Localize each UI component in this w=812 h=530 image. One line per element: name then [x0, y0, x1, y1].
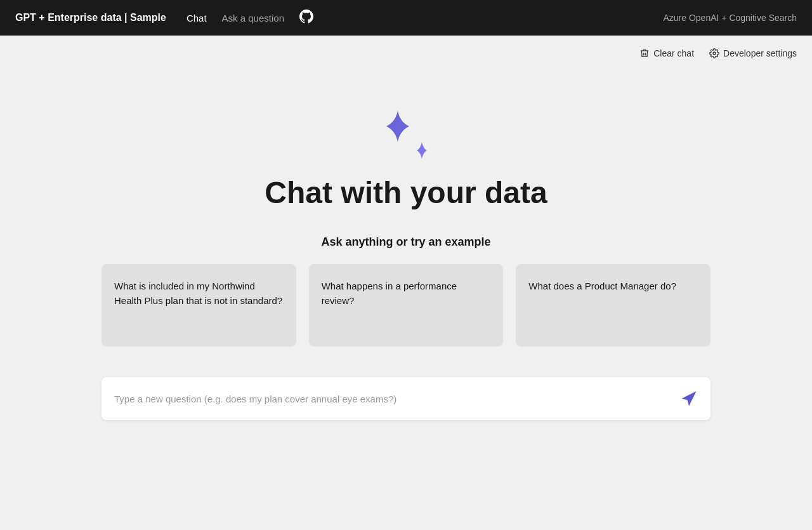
clear-chat-label: Clear chat — [653, 48, 694, 58]
example-card-3-text: What does a Product Manager do? — [528, 279, 676, 294]
clear-chat-button[interactable]: Clear chat — [639, 48, 694, 58]
nav-link-ask-question[interactable]: Ask a question — [222, 13, 284, 23]
send-button[interactable] — [678, 387, 700, 410]
svg-point-0 — [713, 52, 716, 55]
example-card-2-text: What happens in a performance review? — [322, 279, 491, 308]
developer-settings-label: Developer settings — [723, 48, 797, 58]
sparkle-small-icon — [412, 141, 431, 160]
example-cards-container: What is included in my Northwind Health … — [102, 264, 710, 347]
main-content: Chat with your data Ask anything or try … — [0, 71, 812, 420]
navbar-brand: GPT + Enterprise data | Sample — [15, 12, 166, 23]
gear-icon — [709, 48, 719, 58]
example-card-1[interactable]: What is included in my Northwind Health … — [102, 264, 296, 347]
chat-input[interactable] — [114, 394, 672, 404]
trash-icon — [639, 48, 650, 58]
example-card-1-text: What is included in my Northwind Health … — [114, 279, 284, 308]
example-card-2[interactable]: What happens in a performance review? — [309, 264, 504, 347]
subheader: Clear chat Developer settings — [0, 36, 812, 71]
chat-input-container — [102, 377, 710, 420]
developer-settings-button[interactable]: Developer settings — [709, 48, 797, 58]
navbar-left: GPT + Enterprise data | Sample Chat Ask … — [15, 10, 313, 27]
navbar-azure-label: Azure OpenAI + Cognitive Search — [663, 13, 797, 23]
navbar: GPT + Enterprise data | Sample Chat Ask … — [0, 0, 812, 36]
nav-link-chat[interactable]: Chat — [187, 13, 207, 23]
github-icon[interactable] — [299, 10, 313, 27]
sparkle-icon-container — [381, 109, 431, 160]
sparkle-large-icon — [381, 109, 415, 143]
sub-heading: Ask anything or try an example — [321, 235, 490, 249]
send-icon — [680, 390, 698, 407]
example-card-3[interactable]: What does a Product Manager do? — [516, 264, 710, 347]
navbar-links: Chat Ask a question — [187, 10, 313, 27]
main-heading: Chat with your data — [265, 175, 547, 210]
